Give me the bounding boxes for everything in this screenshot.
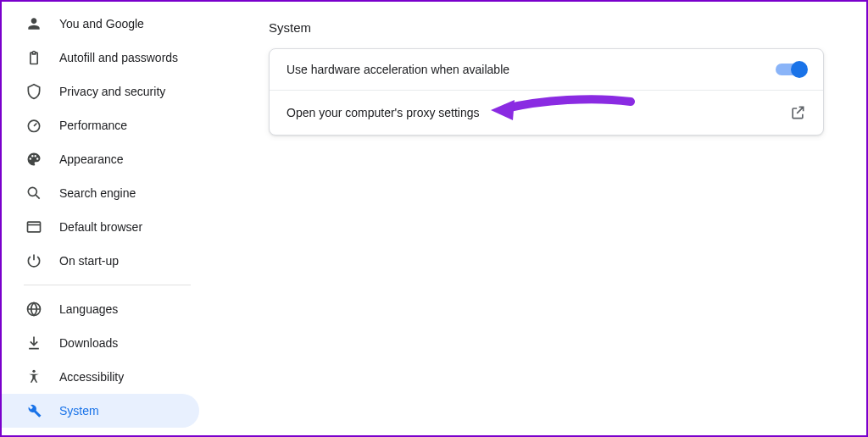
power-icon (25, 252, 42, 269)
sidebar-item-appearance[interactable]: Appearance (2, 142, 199, 176)
globe-icon (25, 301, 42, 318)
hardware-acceleration-row[interactable]: Use hardware acceleration when available (270, 49, 823, 90)
shield-icon (25, 83, 42, 100)
external-link-icon (789, 104, 806, 121)
system-settings-card: Use hardware acceleration when available… (269, 48, 824, 136)
person-icon (25, 15, 42, 32)
sidebar-item-default-browser[interactable]: Default browser (2, 210, 199, 244)
wrench-icon (25, 402, 42, 419)
proxy-settings-row[interactable]: Open your computer's proxy settings (270, 90, 823, 135)
settings-sidebar: You and Google Autofill and passwords Pr… (2, 2, 209, 435)
sidebar-item-you-and-google[interactable]: You and Google (2, 7, 199, 41)
section-title: System (269, 20, 824, 35)
sidebar-item-label: Search engine (59, 186, 136, 200)
sidebar-item-label: Performance (59, 119, 127, 132)
sidebar-item-accessibility[interactable]: Accessibility (2, 360, 199, 394)
sidebar-item-label: Privacy and security (59, 85, 165, 98)
palette-icon (25, 151, 42, 168)
sidebar-item-downloads[interactable]: Downloads (2, 326, 199, 360)
sidebar-divider (24, 285, 191, 285)
sidebar-item-label: Accessibility (59, 370, 124, 384)
speedometer-icon (25, 117, 42, 134)
row-label: Use hardware acceleration when available (287, 63, 509, 76)
sidebar-item-performance[interactable]: Performance (2, 108, 199, 142)
hardware-acceleration-toggle[interactable] (776, 64, 806, 75)
sidebar-item-system[interactable]: System (2, 394, 199, 428)
sidebar-item-label: Languages (59, 302, 118, 316)
svg-point-4 (32, 370, 35, 373)
sidebar-item-label: Autofill and passwords (59, 51, 178, 64)
svg-rect-2 (28, 222, 41, 232)
sidebar-item-label: On start-up (59, 254, 119, 268)
svg-point-1 (28, 187, 36, 196)
clipboard-icon (25, 49, 42, 66)
sidebar-item-label: System (59, 404, 99, 418)
sidebar-item-autofill[interactable]: Autofill and passwords (2, 41, 199, 75)
sidebar-item-label: Downloads (59, 336, 118, 350)
download-icon (25, 335, 42, 351)
sidebar-item-search-engine[interactable]: Search engine (2, 176, 199, 210)
sidebar-item-privacy[interactable]: Privacy and security (2, 75, 199, 108)
sidebar-item-label: You and Google (59, 17, 144, 30)
sidebar-item-languages[interactable]: Languages (2, 292, 199, 326)
settings-main: System Use hardware acceleration when av… (209, 2, 866, 435)
accessibility-icon (25, 368, 42, 385)
row-label: Open your computer's proxy settings (287, 106, 480, 119)
svg-point-0 (28, 120, 39, 131)
search-icon (25, 185, 42, 202)
sidebar-item-reset[interactable]: Reset settings (2, 428, 199, 435)
sidebar-item-startup[interactable]: On start-up (2, 244, 199, 278)
sidebar-item-label: Default browser (59, 220, 142, 234)
browser-icon (25, 218, 42, 235)
sidebar-item-label: Appearance (59, 152, 124, 166)
